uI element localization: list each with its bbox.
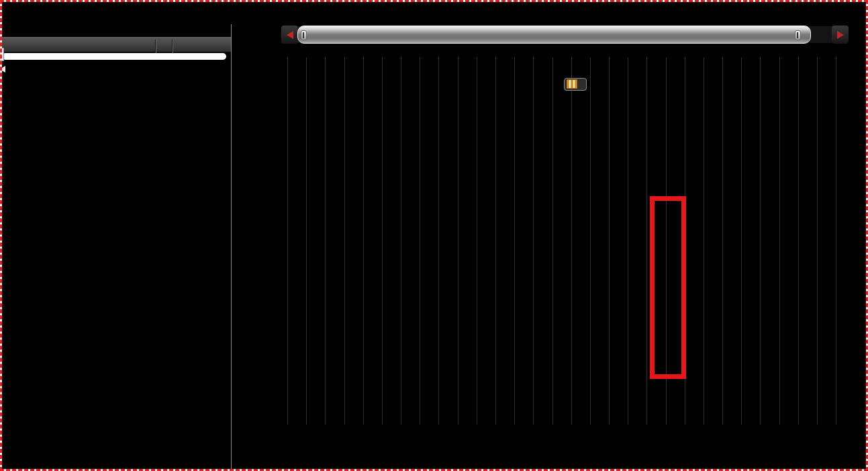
panel-horizontal-scrollbar[interactable]	[2, 53, 226, 60]
plot-vertical-gridlines	[285, 57, 845, 425]
column-separator[interactable]	[172, 40, 173, 54]
column-separator[interactable]	[155, 40, 156, 54]
cursor-v2-line[interactable]	[0, 61, 1, 425]
overview-scrollbar-thumb[interactable]	[297, 26, 811, 44]
thumb-right-grip[interactable]	[795, 30, 801, 40]
thumb-left-grip[interactable]	[301, 30, 307, 40]
delta-measurement-badge[interactable]	[564, 78, 587, 91]
waveform-viewer-window	[0, 0, 868, 471]
highlight-rectangle-annotation	[650, 196, 686, 379]
cursor-v2-label[interactable]	[0, 48, 4, 61]
pause-icon	[567, 79, 577, 89]
panel-plot-divider[interactable]	[231, 24, 232, 469]
scroll-right-button[interactable]	[832, 26, 849, 44]
scroll-left-arrow-icon	[287, 31, 293, 39]
scroll-right-arrow-icon	[837, 31, 844, 39]
title-bar	[3, 3, 865, 21]
signal-table-header	[0, 37, 231, 52]
scroll-left-button[interactable]	[281, 26, 298, 44]
